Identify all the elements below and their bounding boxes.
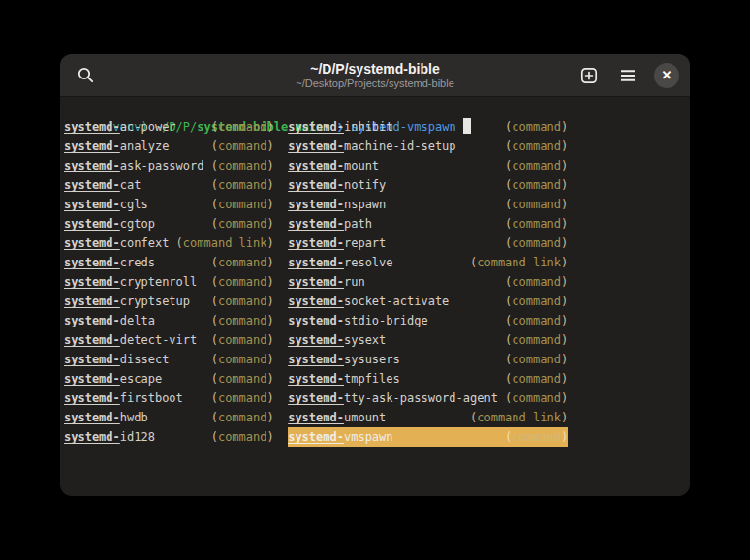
completion-name: systemd-dissect (64, 350, 169, 369)
completion-annotation: (command) (211, 292, 274, 311)
close-button[interactable]: ✕ (651, 60, 682, 91)
completion-name: systemd-firstboot (64, 389, 183, 408)
completion-annotation: (command) (211, 195, 274, 214)
completion-item[interactable]: systemd-detect-virt(command) (64, 330, 274, 350)
completion-annotation: (command) (505, 311, 568, 330)
completion-item[interactable]: systemd-resolve(command link) (288, 253, 568, 272)
completion-name: systemd-ask-password (64, 156, 204, 175)
completion-name: systemd-confext (64, 233, 169, 253)
completion-name: systemd-vmspawn (288, 427, 392, 447)
completion-name: systemd-resolve (288, 253, 392, 272)
completion-annotation: (command) (211, 156, 274, 175)
completion-annotation: (command link) (470, 253, 568, 272)
new-tab-icon (580, 67, 598, 84)
completion-item[interactable]: systemd-confext(command link) (64, 233, 274, 253)
completion-item[interactable]: systemd-vmspawn(command) (288, 427, 568, 447)
completion-item[interactable]: systemd-tmpfiles(command) (288, 369, 568, 389)
menu-button[interactable] (612, 60, 643, 91)
new-tab-button[interactable] (574, 60, 605, 91)
completion-item[interactable]: systemd-sysusers(command) (288, 350, 568, 369)
completion-annotation: (command) (211, 175, 274, 195)
completion-annotation: (command) (211, 117, 274, 137)
completion-name: systemd-repart (288, 233, 386, 253)
completion-item[interactable]: systemd-hwdb(command) (64, 408, 274, 427)
completion-column-right: systemd-inhibit(command)systemd-machine-… (288, 117, 568, 447)
completion-item[interactable]: systemd-cryptenroll(command) (64, 272, 274, 292)
completion-item[interactable]: systemd-sysext(command) (288, 330, 568, 350)
prompt-line: (venv) ~/D/P/systemd-bible main• ❯ syste… (64, 98, 690, 117)
completion-name: systemd-machine-id-setup (288, 137, 455, 156)
completion-name: systemd-umount (288, 408, 386, 427)
completion-name: systemd-tty-ask-password-agent (288, 389, 498, 408)
completion-item[interactable]: systemd-dissect(command) (64, 350, 274, 369)
completion-menu: systemd-ac-power(command)systemd-analyze… (64, 117, 690, 447)
completion-name: systemd-id128 (64, 427, 155, 447)
completion-name: systemd-path (288, 214, 372, 233)
completion-name: systemd-cgtop (64, 214, 155, 233)
completion-name: systemd-hwdb (64, 408, 148, 427)
completion-item[interactable]: systemd-repart(command) (288, 233, 568, 253)
completion-annotation: (command) (505, 292, 568, 311)
completion-item[interactable]: systemd-inhibit(command) (288, 117, 568, 137)
completion-name: systemd-notify (288, 175, 386, 195)
completion-name: systemd-cgls (64, 195, 148, 214)
completion-name: systemd-escape (64, 369, 162, 389)
completion-name: systemd-cryptenroll (64, 272, 197, 292)
completion-item[interactable]: systemd-escape(command) (64, 369, 274, 389)
completion-annotation: (command) (211, 272, 274, 292)
completion-annotation: (command) (505, 117, 568, 137)
completion-name: systemd-ac-power (64, 117, 176, 137)
completion-item[interactable]: systemd-run(command) (288, 272, 568, 292)
window-title-block: ~/D/P/systemd-bible ~/Desktop/Projects/s… (296, 61, 454, 90)
completion-item[interactable]: systemd-tty-ask-password-agent(command) (288, 389, 568, 408)
completion-name: systemd-cryptsetup (64, 292, 190, 311)
hamburger-menu-icon (620, 69, 636, 82)
completion-annotation: (command) (505, 156, 568, 175)
titlebar[interactable]: ~/D/P/systemd-bible ~/Desktop/Projects/s… (60, 54, 690, 97)
completion-annotation: (command) (211, 369, 274, 389)
completion-item[interactable]: systemd-stdio-bridge(command) (288, 311, 568, 330)
completion-name: systemd-analyze (64, 137, 169, 156)
completion-item[interactable]: systemd-delta(command) (64, 311, 274, 330)
completion-annotation: (command) (211, 427, 274, 447)
completion-annotation: (command) (505, 137, 568, 156)
completion-name: systemd-creds (64, 253, 155, 272)
completion-item[interactable]: systemd-cgtop(command) (64, 214, 274, 233)
completion-name: systemd-sysusers (288, 350, 400, 369)
completion-item[interactable]: systemd-ac-power(command) (64, 117, 274, 137)
completion-item[interactable]: systemd-firstboot(command) (64, 389, 274, 408)
completion-item[interactable]: systemd-socket-activate(command) (288, 292, 568, 311)
completion-item[interactable]: systemd-ask-password(command) (64, 156, 274, 175)
completion-name: systemd-delta (64, 311, 155, 330)
completion-item[interactable]: systemd-machine-id-setup(command) (288, 137, 568, 156)
completion-item[interactable]: systemd-mount(command) (288, 156, 568, 175)
completion-item[interactable]: systemd-cgls(command) (64, 195, 274, 214)
completion-annotation: (command) (211, 311, 274, 330)
completion-annotation: (command) (211, 389, 274, 408)
search-button[interactable] (70, 60, 101, 91)
completion-annotation: (command link) (470, 408, 568, 427)
completion-name: systemd-mount (288, 156, 379, 175)
completion-name: systemd-nspawn (288, 195, 386, 214)
completion-item[interactable]: systemd-nspawn(command) (288, 195, 568, 214)
completion-item[interactable]: systemd-cryptsetup(command) (64, 292, 274, 311)
completion-item[interactable]: systemd-notify(command) (288, 175, 568, 195)
terminal-content[interactable]: (venv) ~/D/P/systemd-bible main• ❯ syste… (60, 97, 690, 495)
completion-item[interactable]: systemd-cat(command) (64, 175, 274, 195)
completion-annotation: (command) (505, 369, 568, 389)
completion-item[interactable]: systemd-umount(command link) (288, 408, 568, 427)
completion-annotation: (command) (211, 214, 274, 233)
completion-item[interactable]: systemd-id128(command) (64, 427, 274, 447)
completion-name: systemd-inhibit (288, 117, 392, 137)
completion-name: systemd-sysext (288, 330, 386, 350)
completion-item[interactable]: systemd-creds(command) (64, 253, 274, 272)
completion-column-left: systemd-ac-power(command)systemd-analyze… (64, 117, 274, 447)
completion-name: systemd-detect-virt (64, 330, 197, 350)
completion-item[interactable]: systemd-analyze(command) (64, 137, 274, 156)
completion-item[interactable]: systemd-path(command) (288, 214, 568, 233)
completion-name: systemd-tmpfiles (288, 369, 400, 389)
completion-annotation: (command) (505, 195, 568, 214)
completion-annotation: (command) (505, 350, 568, 369)
completion-annotation: (command) (211, 253, 274, 272)
completion-name: systemd-run (288, 272, 364, 292)
